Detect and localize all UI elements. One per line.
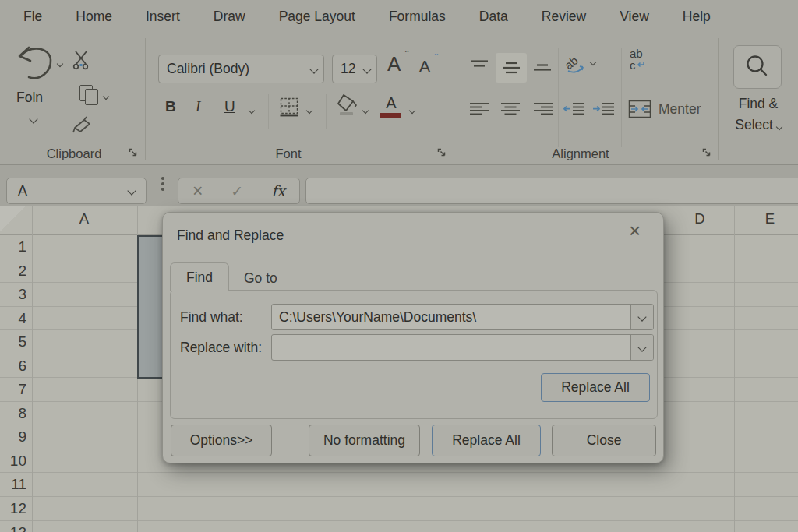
- orientation-icon[interactable]: ab: [562, 49, 588, 76]
- column-header-d[interactable]: D: [684, 210, 715, 227]
- bold-button[interactable]: B: [165, 98, 176, 115]
- merge-center-button[interactable]: Menter: [628, 100, 701, 118]
- row-header[interactable]: 4: [0, 307, 26, 331]
- menu-draw[interactable]: Draw: [214, 9, 245, 25]
- find-what-combo[interactable]: C:\Users\YourName\Documents\: [271, 304, 654, 330]
- clipboard-dialog-launcher-icon[interactable]: [128, 147, 138, 157]
- menu-insert[interactable]: Insert: [146, 9, 180, 25]
- shrink-font-icon[interactable]: Aˇ: [419, 57, 430, 76]
- column-header-a[interactable]: A: [69, 210, 100, 227]
- name-box-chevron-icon[interactable]: [127, 186, 136, 195]
- cancel-icon[interactable]: ×: [192, 182, 203, 200]
- options-button[interactable]: Options>>: [171, 425, 272, 456]
- enter-icon[interactable]: ✓: [231, 182, 243, 200]
- merge-center-label: Menter: [659, 101, 701, 118]
- close-icon[interactable]: ×: [629, 219, 641, 243]
- panel-replace-all-button[interactable]: Replace All: [541, 373, 650, 402]
- underline-chevron-icon[interactable]: [249, 107, 255, 114]
- menu-review[interactable]: Review: [542, 9, 586, 25]
- align-middle-icon: [502, 62, 521, 74]
- find-select-label[interactable]: Find & Select: [723, 93, 793, 136]
- underline-button[interactable]: U: [224, 98, 235, 115]
- row-header[interactable]: 3: [0, 283, 26, 307]
- increase-indent-icon[interactable]: [592, 102, 614, 116]
- grow-font-icon[interactable]: Aˆ: [387, 52, 401, 76]
- menu-view[interactable]: View: [620, 9, 649, 25]
- row-header[interactable]: 5: [0, 330, 26, 354]
- font-size-chevron-icon[interactable]: [362, 65, 371, 73]
- fill-color-chevron-icon[interactable]: [362, 107, 369, 114]
- tab-find-label: Find: [186, 270, 213, 286]
- row-header[interactable]: 13: [0, 521, 26, 532]
- select-all-corner[interactable]: [0, 206, 32, 235]
- row-header[interactable]: 7: [0, 378, 26, 402]
- row-header[interactable]: 10: [0, 449, 26, 474]
- row-headers: 1 2 3 4 5 6 7 8 9 10 11 12 13: [0, 235, 26, 532]
- find-what-value[interactable]: C:\Users\YourName\Documents\: [272, 309, 630, 326]
- formula-input[interactable]: [305, 178, 798, 204]
- gridline: [734, 206, 735, 532]
- gridline: [32, 206, 33, 532]
- row-header[interactable]: 8: [0, 402, 26, 426]
- replace-with-combo[interactable]: [271, 334, 654, 361]
- no-formatting-button[interactable]: No formatting: [309, 425, 420, 456]
- borders-icon[interactable]: [278, 96, 300, 118]
- row-header[interactable]: 6: [0, 354, 26, 379]
- font-name-chevron-icon[interactable]: [309, 65, 318, 73]
- align-right-icon[interactable]: [534, 102, 553, 116]
- sub-separator: [558, 48, 559, 147]
- svg-text:ab: ab: [562, 54, 581, 72]
- wrap-text-icon[interactable]: ab c: [630, 48, 644, 71]
- tab-find[interactable]: Find: [170, 262, 229, 291]
- paste-button-label[interactable]: Foln: [16, 90, 43, 106]
- menu-home[interactable]: Home: [76, 9, 112, 25]
- tab-goto[interactable]: Go to: [244, 270, 277, 287]
- align-left-icon[interactable]: [470, 102, 489, 116]
- row-header[interactable]: 9: [0, 425, 26, 449]
- font-size-combo[interactable]: 12: [332, 55, 377, 83]
- alignment-dialog-launcher-icon[interactable]: [701, 147, 711, 157]
- sub-separator: [268, 94, 269, 129]
- font-color-chevron-icon[interactable]: [409, 107, 415, 114]
- find-what-dropdown-button[interactable]: [630, 305, 653, 329]
- name-box[interactable]: A: [6, 178, 147, 204]
- fill-color-icon[interactable]: [335, 93, 360, 118]
- row-header[interactable]: 12: [0, 497, 26, 521]
- row-header[interactable]: 1: [0, 235, 26, 259]
- find-what-label: Find what:: [180, 304, 243, 330]
- borders-chevron-icon[interactable]: [306, 107, 312, 114]
- format-painter-icon[interactable]: [72, 115, 94, 135]
- menu-formulas[interactable]: Formulas: [389, 9, 446, 25]
- paste-chevron-icon[interactable]: [29, 115, 37, 123]
- row-header[interactable]: 2: [0, 259, 26, 284]
- font-color-icon[interactable]: A: [380, 94, 403, 118]
- undo-icon[interactable]: [16, 44, 56, 83]
- replace-all-button[interactable]: Replace All: [432, 425, 541, 456]
- sub-separator: [621, 48, 622, 147]
- find-replace-dialog: Find and Replace × Find Go to Find what:…: [162, 212, 664, 463]
- align-top-icon[interactable]: [470, 59, 489, 72]
- decrease-indent-icon[interactable]: [563, 102, 584, 116]
- menu-help[interactable]: Help: [683, 9, 711, 25]
- font-name-combo[interactable]: Calibri (Body): [158, 55, 324, 83]
- align-bottom-icon[interactable]: [533, 59, 552, 72]
- cut-icon[interactable]: [72, 49, 90, 71]
- close-button[interactable]: Close: [552, 425, 656, 456]
- copy-icon[interactable]: [79, 85, 104, 107]
- undo-chevron-icon[interactable]: [57, 61, 63, 67]
- column-header-e[interactable]: E: [754, 210, 786, 227]
- menu-data[interactable]: Data: [479, 9, 508, 25]
- insert-function-icon[interactable]: fx: [271, 182, 285, 199]
- font-dialog-launcher-icon[interactable]: [436, 147, 447, 157]
- menu-file[interactable]: Fle: [23, 9, 42, 25]
- sub-separator: [326, 94, 327, 129]
- italic-button[interactable]: I: [196, 98, 200, 115]
- align-center-icon[interactable]: [501, 102, 520, 116]
- find-select-button[interactable]: [733, 45, 782, 89]
- row-header[interactable]: 11: [0, 473, 26, 497]
- gridline: [669, 206, 669, 532]
- align-middle-button[interactable]: [496, 53, 527, 83]
- replace-with-dropdown-button[interactable]: [630, 335, 653, 360]
- orientation-chevron-icon[interactable]: [590, 59, 596, 65]
- menu-page-layout[interactable]: Page Layout: [279, 9, 355, 25]
